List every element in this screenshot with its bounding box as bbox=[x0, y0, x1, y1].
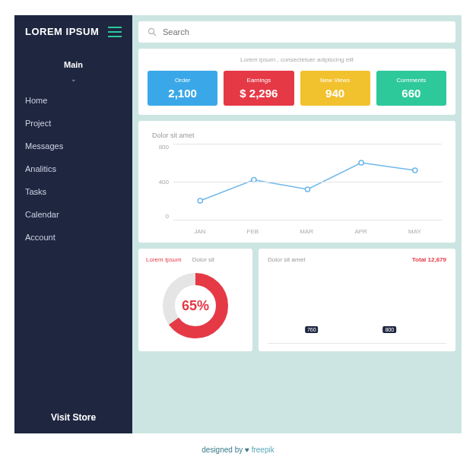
sidebar-item-home[interactable]: Home bbox=[14, 89, 132, 112]
y-axis-labels: 8004000 bbox=[152, 144, 169, 220]
bar-chart: 760800 bbox=[268, 269, 446, 344]
menu-icon[interactable] bbox=[108, 27, 122, 37]
sidebar-item-project[interactable]: Project bbox=[14, 112, 132, 135]
stat-value: $ 2,296 bbox=[228, 87, 289, 100]
svg-point-6 bbox=[413, 168, 417, 173]
sidebar-item-label: Home bbox=[25, 96, 47, 105]
sidebar-item-calendar[interactable]: Calendar bbox=[14, 203, 132, 226]
sidebar-item-label: Project bbox=[25, 119, 51, 128]
donut-header: Lorem IpsumDolor sit bbox=[146, 256, 245, 263]
main-content: Lorem ipsum , consectetuer adipiscing el… bbox=[132, 15, 462, 433]
sidebar-item-label: Tasks bbox=[25, 187, 46, 196]
svg-point-4 bbox=[305, 187, 309, 192]
svg-point-0 bbox=[149, 29, 154, 34]
stat-label: Earnings bbox=[228, 77, 289, 84]
visit-store-button[interactable]: Visit Store bbox=[14, 401, 132, 433]
stat-value: 940 bbox=[305, 87, 366, 100]
sidebar-item-main[interactable]: Main⌄ bbox=[14, 54, 132, 89]
dashboard-app: LOREM IPSUM Main⌄HomeProjectMessagesAnal… bbox=[14, 15, 462, 433]
sidebar-item-account[interactable]: Account bbox=[14, 226, 132, 249]
stats-row: Order2,100Earnings$ 2,296New Views940Com… bbox=[148, 71, 446, 106]
app-title: LOREM IPSUM bbox=[25, 26, 99, 37]
sidebar-item-tasks[interactable]: Tasks bbox=[14, 180, 132, 203]
sidebar-item-label: Main bbox=[64, 60, 83, 69]
svg-line-1 bbox=[154, 33, 157, 36]
bottom-row: Lorem IpsumDolor sit 65% Dolor sit amet … bbox=[138, 249, 455, 351]
bar-chart-card: Dolor sit amet Total 12,679 760800 bbox=[259, 249, 455, 351]
bar-tooltip: 800 bbox=[382, 326, 396, 333]
sidebar-item-label: Calendar bbox=[25, 210, 59, 219]
donut-percent: 65% bbox=[182, 298, 209, 314]
chart-grid bbox=[173, 144, 442, 220]
sidebar-item-label: Account bbox=[25, 233, 56, 242]
sidebar-item-label: Analitics bbox=[25, 164, 56, 173]
bar-chart-header: Dolor sit amet Total 12,679 bbox=[268, 256, 446, 263]
sidebar-item-messages[interactable]: Messages bbox=[14, 135, 132, 157]
line-chart-card: Dolor sit amet 8004000 JANFEBMARAPRMAY bbox=[138, 121, 455, 243]
svg-point-5 bbox=[359, 160, 363, 165]
sidebar-nav: Main⌄HomeProjectMessagesAnaliticsTasksCa… bbox=[14, 48, 132, 401]
sidebar-item-analitics[interactable]: Analitics bbox=[14, 157, 132, 180]
page-footer: designed by ♥ freepik bbox=[0, 446, 476, 454]
search-bar[interactable] bbox=[138, 21, 455, 43]
sidebar-item-label: Messages bbox=[25, 141, 63, 151]
stats-card: Lorem ipsum , consectetuer adipiscing el… bbox=[138, 49, 455, 115]
sidebar: LOREM IPSUM Main⌄HomeProjectMessagesAnal… bbox=[14, 15, 132, 433]
stat-label: New Views bbox=[305, 77, 366, 84]
stat-label: Order bbox=[152, 77, 213, 84]
line-chart-title: Dolor sit amet bbox=[152, 132, 442, 139]
bar-chart-total: Total 12,679 bbox=[412, 256, 446, 263]
line-chart: 8004000 JANFEBMARAPRMAY bbox=[152, 144, 442, 235]
stats-subtitle: Lorem ipsum , consectetuer adipiscing el… bbox=[148, 56, 446, 63]
search-input[interactable] bbox=[163, 27, 446, 36]
stat-label: Comments bbox=[381, 77, 442, 84]
stat-card-new-views[interactable]: New Views940 bbox=[300, 71, 370, 106]
sidebar-header: LOREM IPSUM bbox=[14, 15, 132, 48]
stat-card-comments[interactable]: Comments660 bbox=[376, 71, 446, 106]
donut-chart: 65% bbox=[146, 268, 245, 344]
x-axis-labels: JANFEBMARAPRMAY bbox=[173, 228, 442, 235]
stat-value: 2,100 bbox=[152, 87, 213, 100]
bar-chart-title: Dolor sit amet bbox=[268, 256, 305, 263]
stat-value: 660 bbox=[381, 87, 442, 100]
chevron-down-icon: ⌄ bbox=[71, 75, 77, 83]
search-icon bbox=[148, 27, 157, 36]
stat-card-earnings[interactable]: Earnings$ 2,296 bbox=[224, 71, 294, 106]
donut-card: Lorem IpsumDolor sit 65% bbox=[138, 249, 252, 351]
stat-card-order[interactable]: Order2,100 bbox=[148, 71, 217, 106]
bar-tooltip: 760 bbox=[305, 326, 319, 333]
svg-point-2 bbox=[198, 198, 202, 203]
